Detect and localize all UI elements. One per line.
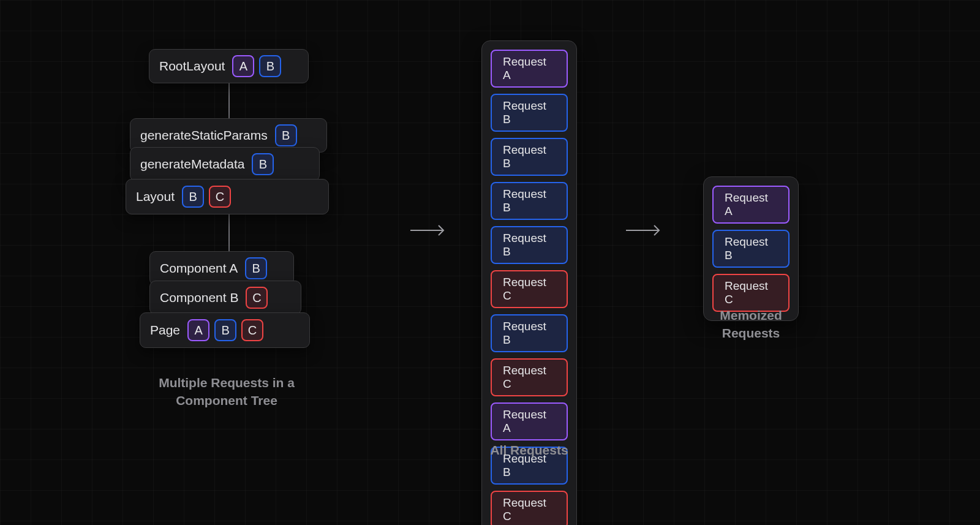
caption-tree: Multiple Requests in aComponent Tree (126, 374, 328, 410)
chip-request-b: B (252, 153, 274, 175)
label-layout: Layout (136, 189, 175, 204)
chips-rootlayout: AB (232, 55, 281, 77)
box-layout: Layout BC (126, 179, 329, 214)
request-pill-b: Request B (491, 138, 568, 176)
box-generatemetadata: generateMetadata B (130, 147, 320, 181)
connector-middle-to-bottom (228, 214, 230, 252)
chips-compB: C (246, 287, 268, 309)
caption-memo: MemoizedRequests (703, 306, 799, 342)
chip-request-b: B (214, 319, 236, 341)
chip-request-b: B (245, 257, 267, 279)
chips-layout: BC (182, 186, 231, 208)
request-pill-a: Request A (491, 402, 568, 440)
box-rootlayout: RootLayout AB (149, 49, 309, 83)
chip-request-b: B (182, 186, 204, 208)
chip-request-c: C (209, 186, 231, 208)
request-pill-b: Request B (491, 314, 568, 352)
chip-request-c: C (246, 287, 268, 309)
chip-request-a: A (232, 55, 254, 77)
label-compA: Component A (160, 261, 238, 276)
box-component-b: Component B C (149, 281, 301, 315)
label-compB: Component B (160, 290, 238, 305)
request-pill-c: Request C (491, 358, 568, 396)
request-pill-a: Request A (712, 186, 790, 224)
chip-request-c: C (241, 319, 263, 341)
chip-request-b: B (259, 55, 281, 77)
arrow-icon (625, 223, 664, 238)
chips-page: ABC (187, 319, 263, 341)
chips-compA: B (245, 257, 267, 279)
chips-gsp: B (275, 124, 297, 146)
chips-gm: B (252, 153, 274, 175)
request-pill-a: Request A (491, 50, 568, 88)
chip-request-a: A (187, 319, 209, 341)
request-pill-c: Request C (491, 491, 568, 525)
box-page: Page ABC (140, 312, 310, 348)
request-pill-b: Request B (491, 226, 568, 264)
label-gm: generateMetadata (140, 157, 244, 172)
request-pill-b: Request B (491, 182, 568, 220)
request-pill-c: Request C (491, 270, 568, 308)
panel-memoized-requests: Request ARequest BRequest C (703, 176, 799, 321)
arrow-icon (409, 223, 448, 238)
request-pill-b: Request B (712, 230, 790, 268)
diagram-stage: RootLayout AB generateStaticParams B gen… (0, 0, 980, 525)
chip-request-b: B (275, 124, 297, 146)
caption-all: All Requests (481, 441, 577, 459)
request-pill-b: Request B (491, 94, 568, 132)
label-rootlayout: RootLayout (159, 59, 225, 74)
connector-root-to-middle (228, 83, 230, 119)
label-page: Page (150, 323, 180, 338)
label-gsp: generateStaticParams (140, 128, 268, 143)
